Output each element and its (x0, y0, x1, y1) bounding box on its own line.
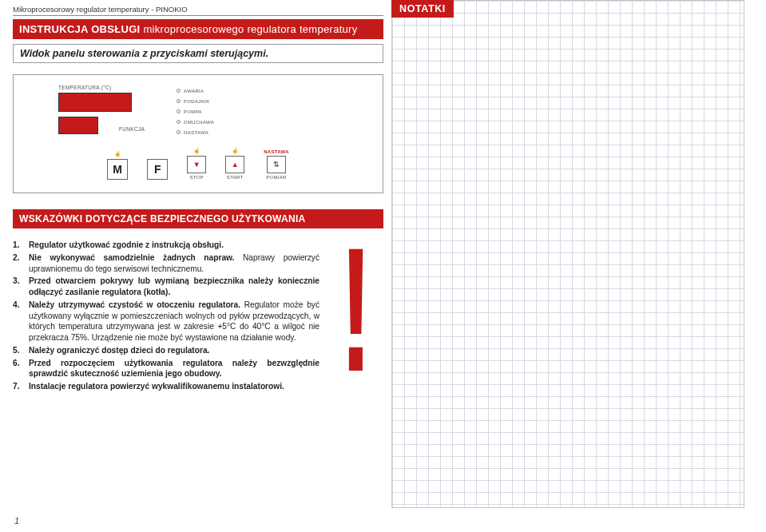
safety-instructions: Regulator użytkować zgodnie z instrukcją… (13, 240, 383, 392)
led-podajnik-icon (177, 99, 181, 103)
led-awaria-icon (177, 89, 181, 93)
temp-display-label: TEMPERATURA (°C) (58, 85, 145, 90)
instruction-item: Przed rozpoczęciem użytkowania regulator… (13, 358, 319, 380)
led-dmuchawa-label: DMUCHAWA (184, 120, 214, 125)
instruction-lead: Instalacje regulatora powierzyć wykwalif… (29, 382, 284, 391)
toggle-icon: ⇅ (273, 161, 280, 169)
subtitle-text: Widok panelu sterowania z przyciskami st… (20, 48, 268, 59)
f-button[interactable]: F (147, 159, 168, 180)
hand-icon-stop: ☝ (193, 148, 200, 154)
start-button[interactable] (225, 156, 244, 173)
led-nastawa-label: NASTAWA (184, 130, 208, 135)
instruction-item: Przed otwarciem pokrywy lub wymianą bezp… (13, 276, 319, 298)
instruction-lead: Należy utrzymywać czystość w otoczeniu r… (29, 300, 240, 309)
notes-title: NOTATKI (391, 0, 454, 18)
subtitle-bar: Widok panelu sterowania z przyciskami st… (13, 44, 383, 63)
instruction-lead: Przed otwarciem pokrywy lub wymianą bezp… (29, 276, 319, 296)
start-caption: START (227, 175, 244, 180)
instruction-item: Należy utrzymywać czystość w otoczeniu r… (13, 300, 319, 343)
instruction-lead: Należy ograniczyć dostęp dzieci do regul… (29, 346, 209, 355)
nastawa-caption: NASTAWA (264, 149, 289, 154)
instruction-item: Należy ograniczyć dostęp dzieci do regul… (13, 345, 319, 356)
led-podajnik-label: PODAJNIK (184, 99, 209, 104)
instruction-item: Instalacje regulatora powierzyć wykwalif… (13, 381, 319, 392)
arrow-up-icon (232, 161, 239, 169)
instruction-lead: Przed rozpoczęciem użytkowania regulator… (29, 359, 319, 379)
title-bar: INSTRUKCJA OBSŁUGI mikroprocesorowego re… (13, 19, 383, 39)
stop-caption: STOP (189, 175, 203, 180)
instruction-lead: Regulator użytkować zgodnie z instrukcją… (29, 240, 224, 249)
led-dmuchawa-icon (177, 120, 181, 124)
exclamation-graphic: ! (329, 240, 383, 392)
page-number: 1 (14, 516, 19, 526)
title-rest: mikroprocesorowego regulatora temperatur… (141, 23, 358, 35)
funkcja-label: FUNKCJA (119, 126, 145, 132)
m-button[interactable]: M (107, 159, 128, 180)
led-pompa-label: POMPA (184, 109, 202, 114)
top-header-line: Mikroprocesorowy regulator temperatury -… (13, 5, 383, 16)
led-awaria-label: AWARIA (184, 89, 204, 93)
toggle-button[interactable]: ⇅ (267, 156, 286, 173)
temp-display (58, 93, 132, 112)
instruction-item: Nie wykonywać samodzielnie żadnych napra… (13, 252, 319, 275)
hand-icon-start: ☝ (232, 148, 239, 154)
notes-grid: NOTATKI (391, 0, 744, 508)
hand-icon: ☝ (114, 151, 121, 157)
led-nastawa-icon (177, 130, 181, 134)
control-panel-illustration: TEMPERATURA (°C) FUNKCJA AWARIA PODAJNIK… (13, 74, 383, 193)
safety-section-bar: WSKAZÓWKI DOTYCZĄCE BEZPIECZNEGO UŻYTKOW… (13, 209, 383, 228)
led-pompa-icon (177, 109, 181, 113)
instruction-lead: Nie wykonywać samodzielnie żadnych napra… (29, 253, 234, 262)
instruction-item: Regulator użytkować zgodnie z instrukcją… (13, 240, 319, 251)
title-strong: INSTRUKCJA OBSŁUGI (19, 23, 141, 35)
arrow-down-icon (193, 161, 200, 169)
funkcja-display (58, 117, 98, 134)
pomiar-caption: POMIAR (266, 175, 286, 180)
stop-button[interactable] (187, 156, 206, 173)
